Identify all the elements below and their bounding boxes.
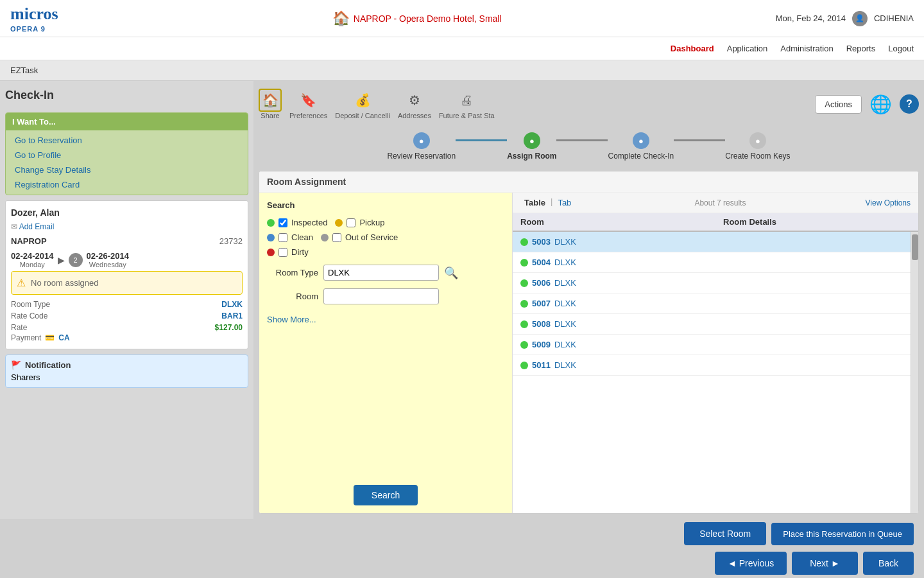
right-top: Mon, Feb 24, 2014 👤 CDIHENIA [776, 11, 914, 26]
nav-dashboard[interactable]: Dashboard [671, 44, 714, 53]
room-row-5004[interactable]: 5004 DLXK [513, 252, 911, 273]
room-5009-dot [520, 341, 528, 349]
help-icon[interactable]: ? [900, 94, 919, 114]
date-display: Mon, Feb 24, 2014 [776, 13, 846, 23]
add-email-link[interactable]: Add Email [11, 222, 54, 231]
step-assign-label: Assign Room [507, 152, 556, 161]
pickup-dot [335, 219, 343, 227]
checkin-date: 02-24-2014 Monday [11, 251, 54, 268]
toolbar-share[interactable]: 🏠 Share [259, 89, 282, 119]
out-of-service-checkbox[interactable] [332, 233, 341, 242]
next-label: Next [810, 558, 828, 568]
room-row-5007[interactable]: 5007 DLXK [513, 293, 911, 314]
nav-administration[interactable]: Administration [780, 44, 833, 53]
next-button[interactable]: Next ► [792, 552, 858, 575]
notif-header: 🚩 Notification [11, 360, 243, 370]
toolbar-preferences[interactable]: 🔖 Preferences [289, 89, 327, 119]
back-button[interactable]: Back [863, 552, 914, 575]
share-icon: 🏠 [259, 89, 282, 112]
nav-logout[interactable]: Logout [888, 44, 914, 53]
room-type-input[interactable] [323, 265, 439, 281]
payment-row: Payment 💳 CA [11, 333, 243, 342]
naprop-row: NAPROP 23732 [11, 234, 243, 249]
actions-button[interactable]: Actions [815, 95, 862, 114]
previous-button[interactable]: ◄ Previous [715, 552, 787, 575]
main-area: Check-In I Want To... Go to Reservation … [0, 81, 924, 519]
room-5006-type: DLXK [554, 278, 576, 288]
toolbar-addresses[interactable]: ⚙ Addresses [398, 89, 431, 119]
notification-flag-icon: 🚩 [11, 360, 21, 370]
rooms-list: 5003 DLXK 5004 DLXK [513, 232, 911, 513]
filter-dirty: Dirty [267, 247, 309, 257]
room-row-5006[interactable]: 5006 DLXK [513, 273, 911, 293]
room-5004-num: 5004 [532, 258, 551, 267]
toolbar-deposit[interactable]: 💰 Deposit / Cancelli [335, 89, 390, 119]
hotel-icon: 🏠 [332, 10, 350, 27]
nav-reports[interactable]: Reports [846, 44, 876, 53]
search-button[interactable]: Search [354, 485, 418, 505]
room-type-lookup-button[interactable]: 🔍 [444, 266, 458, 280]
toolbar-addresses-label: Addresses [398, 112, 431, 119]
view-options-link[interactable]: View Options [866, 198, 911, 207]
results-count: About 7 results [694, 198, 746, 207]
room-row-5003[interactable]: 5003 DLXK [513, 232, 911, 252]
room-5007-num: 5007 [532, 299, 551, 308]
show-more-link[interactable]: Show More... [267, 312, 504, 327]
results-header: Table | Tab About 7 results View Options [513, 193, 918, 213]
clean-label: Clean [291, 232, 313, 242]
queue-button[interactable]: Place this Reservation in Queue [771, 523, 914, 545]
room-row-5009[interactable]: 5009 DLXK [513, 335, 911, 355]
filter-row-3: Dirty [267, 247, 504, 257]
bottom-buttons: Select Room Place this Reservation in Qu… [0, 519, 924, 548]
i-want-to-box: I Want To... Go to Reservation Go to Pro… [5, 112, 248, 195]
room-5008-details [712, 314, 911, 334]
dirty-checkbox[interactable] [278, 248, 287, 257]
room-cell-5009: 5009 DLXK [513, 335, 712, 355]
room-form-label: Room [267, 292, 318, 301]
sidebar-link-stay[interactable]: Change Stay Details [6, 162, 248, 177]
pickup-checkbox[interactable] [346, 218, 355, 227]
room-5004-dot [520, 259, 528, 267]
room-type-val: DLXK [221, 300, 243, 309]
nav-application[interactable]: Application [727, 44, 768, 53]
room-input-row: Room [267, 288, 504, 304]
toolbar-future[interactable]: 🖨 Future & Past Sta [439, 89, 495, 119]
top-bar: micros OPERA 9 🏠 NAPROP - Opera Demo Hot… [0, 0, 924, 37]
guest-name: Dozer, Alan [11, 206, 243, 219]
room-row-5008[interactable]: 5008 DLXK [513, 314, 911, 335]
scroll-track[interactable] [911, 232, 918, 513]
inspected-checkbox[interactable] [278, 218, 287, 227]
room-row-5011[interactable]: 5011 DLXK [513, 355, 911, 376]
room-5009-num: 5009 [532, 340, 551, 349]
clean-dot [267, 234, 275, 241]
scroll-thumb[interactable] [912, 234, 918, 260]
results-panel: Table | Tab About 7 results View Options… [513, 193, 918, 513]
step-assign-circle: ● [524, 132, 540, 149]
step-keys-label: Create Room Keys [725, 152, 790, 161]
tab-tab[interactable]: Tab [554, 197, 575, 209]
room-5011-num: 5011 [532, 360, 551, 370]
future-icon: 🖨 [455, 89, 478, 112]
logo-area: micros OPERA 9 [10, 4, 58, 33]
sidebar-link-profile[interactable]: Go to Profile [6, 148, 248, 162]
room-5011-type: DLXK [554, 360, 576, 370]
step-assign: ● Assign Room [507, 132, 556, 161]
preferences-icon: 🔖 [297, 89, 320, 112]
prev-arrow-icon: ◄ [728, 558, 737, 568]
sidebar: Check-In I Want To... Go to Reservation … [0, 81, 253, 519]
clean-checkbox[interactable] [278, 233, 287, 242]
i-want-to-links: Go to Reservation Go to Profile Change S… [6, 130, 248, 195]
tab-table[interactable]: Table [520, 197, 549, 209]
step-review-label: Review Reservation [387, 152, 456, 161]
room-5003-details [712, 232, 911, 252]
results-columns: Room Room Details [513, 213, 918, 232]
toolbar: 🏠 Share 🔖 Preferences 💰 Deposit / Cancel… [259, 86, 919, 122]
room-input[interactable] [323, 288, 439, 304]
col-details-header: Room Details [715, 213, 918, 231]
room-cell-5006: 5006 DLXK [513, 273, 712, 293]
sidebar-link-reservation[interactable]: Go to Reservation [6, 133, 248, 148]
next-arrow-icon: ► [831, 558, 840, 568]
sidebar-link-reg[interactable]: Registration Card [6, 177, 248, 192]
select-room-button[interactable]: Select Room [684, 522, 766, 545]
globe-icon[interactable]: 🌐 [869, 94, 892, 115]
